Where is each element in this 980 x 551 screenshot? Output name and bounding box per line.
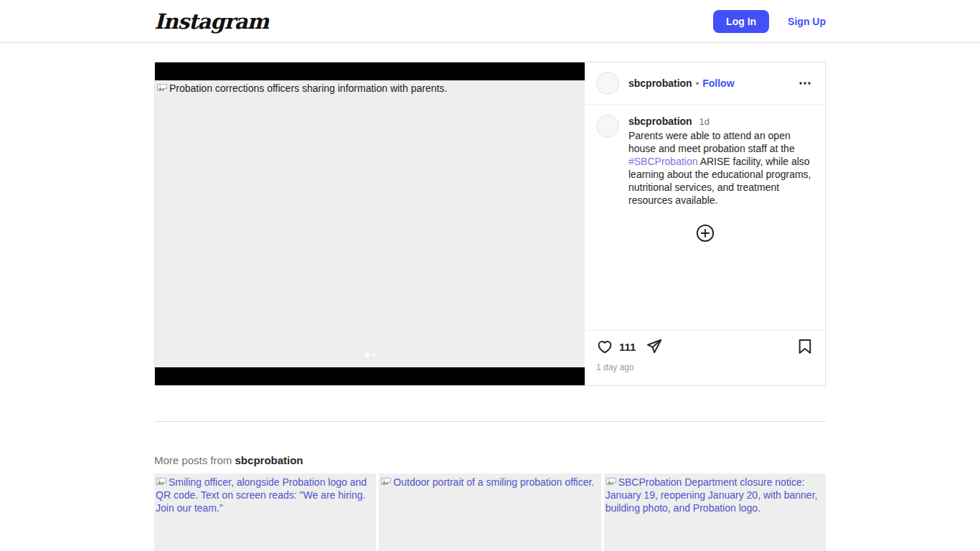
post-media-carousel[interactable]: Probation corrections officers sharing i… (155, 62, 585, 385)
more-posts-username-link[interactable]: sbcprobation (235, 454, 303, 466)
comments-section: sbcprobation 1d Parents were able to att… (585, 105, 825, 330)
broken-image-icon (380, 476, 392, 488)
auth-buttons: Log In Sign Up (713, 10, 826, 33)
caption-row: sbcprobation 1d Parents were able to att… (596, 115, 814, 207)
post-image-alt-text: Probation corrections officers sharing i… (156, 83, 583, 95)
post-image-broken: Probation corrections officers sharing i… (155, 80, 585, 367)
caption-text-part: Parents were able to attend an open hous… (628, 130, 795, 154)
thumbnail-alt-text: SBCProbation Department closure notice: … (606, 476, 818, 514)
caption-text: Parents were able to attend an open hous… (628, 129, 814, 207)
more-post-thumbnail[interactable]: SBCProbation Department closure notice: … (604, 474, 826, 551)
username-follow-separator: • (696, 78, 699, 89)
like-count[interactable]: 111 (619, 341, 636, 353)
broken-image-icon (156, 476, 167, 488)
more-posts-label: More posts from (154, 454, 235, 466)
save-button[interactable] (796, 338, 814, 355)
post-actions-section: 111 1 day ago (585, 330, 825, 385)
more-posts-grid: Smiling officer, alongside Probation log… (154, 474, 826, 551)
like-button[interactable] (596, 338, 613, 355)
post-info-panel: sbcprobation • Follow sbcprobation 1d (585, 62, 825, 385)
caption-avatar[interactable] (596, 115, 619, 138)
caption-header: sbcprobation 1d (628, 115, 814, 128)
more-options-button[interactable] (796, 75, 814, 92)
carousel-dot (372, 354, 375, 357)
broken-image-icon (606, 476, 617, 488)
top-navigation-bar: Instagram Log In Sign Up (0, 0, 980, 43)
load-more-comments-button[interactable] (696, 224, 715, 242)
carousel-indicator (155, 353, 585, 357)
author-username-link[interactable]: sbcprobation (628, 77, 692, 89)
section-divider (154, 421, 826, 422)
post-timestamp: 1 day ago (596, 362, 814, 372)
three-dots-icon (796, 75, 814, 92)
more-posts-title: More posts from sbcprobation (154, 454, 826, 466)
more-post-thumbnail[interactable]: Smiling officer, alongside Probation log… (154, 474, 376, 551)
post-header: sbcprobation • Follow (585, 62, 825, 105)
bookmark-icon (796, 338, 814, 355)
caption-age: 1d (699, 116, 710, 127)
heart-icon (596, 338, 613, 355)
instagram-logo[interactable]: Instagram (154, 9, 268, 34)
circle-plus-icon (696, 224, 715, 242)
follow-button[interactable]: Follow (702, 77, 734, 89)
thumbnail-alt-text: Outdoor portrait of a smiling probation … (380, 476, 594, 488)
sign-up-link[interactable]: Sign Up (788, 16, 826, 27)
share-button[interactable] (646, 338, 663, 355)
hashtag-link[interactable]: #SBCProbation (628, 156, 698, 167)
broken-image-icon (156, 83, 168, 94)
thumbnail-alt-text: Smiling officer, alongside Probation log… (156, 476, 367, 514)
log-in-button[interactable]: Log In (713, 10, 769, 33)
carousel-dot-active (365, 353, 369, 357)
caption-username-link[interactable]: sbcprobation (628, 116, 692, 127)
more-post-thumbnail[interactable]: Outdoor portrait of a smiling probation … (379, 474, 600, 551)
share-plane-icon (646, 338, 663, 355)
load-more-comments (596, 224, 814, 242)
author-avatar[interactable] (596, 72, 619, 95)
post-card: Probation corrections officers sharing i… (154, 62, 826, 386)
